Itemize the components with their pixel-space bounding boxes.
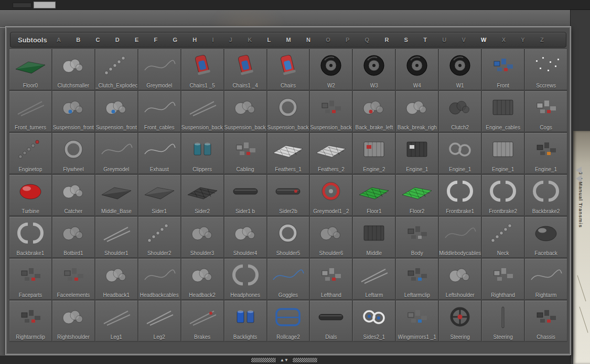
alphabet-letter-J[interactable]: J [229, 37, 232, 43]
subtool-item[interactable]: _Clutch_Explodec [95, 49, 137, 90]
subtool-item[interactable]: Headback2 [181, 259, 223, 300]
subtool-item[interactable]: W3 [353, 49, 395, 90]
subtool-item[interactable]: Suspension_front [52, 91, 94, 132]
subtool-item[interactable]: Chairs [267, 49, 309, 90]
subtool-item[interactable]: Back_brake_left [353, 91, 395, 132]
subtool-item[interactable]: W4 [396, 49, 438, 90]
subtool-item[interactable]: Engine_1 [439, 133, 481, 174]
subtool-item[interactable]: Engine_1 [525, 133, 567, 174]
subtool-item[interactable]: Sider2b [267, 175, 309, 216]
subtool-item[interactable]: Sides2_1 [353, 301, 395, 341]
subtool-item[interactable]: Wingmirrors1 _1 [396, 301, 438, 341]
subtool-item[interactable]: Suspension_back_ [181, 91, 223, 132]
subtool-item[interactable]: Cogs [525, 91, 567, 132]
subtool-item[interactable]: Engine_1 [396, 133, 438, 174]
subtool-item[interactable]: Frontbrake2 [482, 175, 524, 216]
subtool-item[interactable]: Middlebodycables [439, 217, 481, 258]
subtool-item[interactable]: Botbird1 [52, 217, 94, 258]
subtool-item[interactable]: Clutchsmaller [52, 49, 94, 90]
subtool-item[interactable]: Brakes [181, 301, 223, 341]
subtool-item[interactable]: Front [482, 49, 524, 90]
subtool-item[interactable]: Goggles [267, 259, 309, 300]
subtool-item[interactable]: Headbackcables [138, 259, 180, 300]
subtool-item[interactable]: W1 [439, 49, 481, 90]
subtool-item[interactable]: Shoulder4 [224, 217, 266, 258]
subtool-item[interactable]: Sider2 [181, 175, 223, 216]
subtool-item[interactable]: Headphones [224, 259, 266, 300]
subtool-item[interactable]: Greymodel1 _2 [310, 175, 352, 216]
alphabet-letter-V[interactable]: V [462, 37, 465, 43]
subtool-item[interactable]: Faceback [525, 217, 567, 258]
subtool-item[interactable]: Front_cables [138, 91, 180, 132]
subtool-item[interactable]: Dials [310, 301, 352, 341]
subtool-item[interactable]: Headback1 [95, 259, 137, 300]
subtool-item[interactable]: Engine_2 [353, 133, 395, 174]
scroll-down-icon[interactable]: ▼ [284, 358, 288, 362]
subtool-item[interactable]: Middle_Base [95, 175, 137, 216]
subtool-item[interactable]: W2 [310, 49, 352, 90]
subtool-item[interactable]: Front_turners [9, 91, 51, 132]
subtool-item[interactable]: Greymodel [95, 133, 137, 174]
alphabet-letter-I[interactable]: I [212, 37, 214, 43]
subtool-item[interactable]: Lefthand [310, 259, 352, 300]
alphabet-letter-F[interactable]: F [154, 37, 157, 43]
alphabet-letter-B[interactable]: B [76, 37, 80, 43]
alphabet-letter-D[interactable]: D [115, 37, 120, 43]
subtool-item[interactable]: Faceparts [9, 259, 51, 300]
subtool-item[interactable]: Enginetop [9, 133, 51, 174]
subtool-item[interactable]: Shoulder1 [95, 217, 137, 258]
subtool-item[interactable]: Floor0 [9, 49, 51, 90]
subtool-item[interactable]: Frontbrake1 [439, 175, 481, 216]
alphabet-letter-N[interactable]: N [306, 37, 310, 43]
subtool-item[interactable]: Leftarmclip [396, 259, 438, 300]
panel-collapse-arrows-icon[interactable] [576, 167, 584, 183]
alphabet-letter-P[interactable]: P [346, 37, 349, 43]
alphabet-letter-W[interactable]: W [481, 37, 486, 43]
subtool-item[interactable]: Leg2 [138, 301, 180, 341]
subtool-item[interactable]: Chairs1 _4 [224, 49, 266, 90]
subtool-item[interactable]: Middle [353, 217, 395, 258]
subtool-item[interactable]: Rightshoulder [52, 301, 94, 341]
subtool-item[interactable]: Feathers_2 [310, 133, 352, 174]
subtool-item[interactable]: Flywheel [52, 133, 94, 174]
subtool-item[interactable]: Chassis [525, 301, 567, 341]
subtool-item[interactable]: Suspension_back_ [267, 91, 309, 132]
subtool-item[interactable]: Neck [482, 217, 524, 258]
alphabet-letter-H[interactable]: H [192, 37, 197, 43]
subtool-item[interactable]: Exhaust [138, 133, 180, 174]
subtool-item[interactable]: Floor2 [396, 175, 438, 216]
alphabet-letter-Q[interactable]: Q [365, 37, 370, 43]
alphabet-letter-T[interactable]: T [423, 37, 427, 43]
titlebar-slider[interactable] [34, 2, 56, 8]
subtool-item[interactable]: Leftshoulder [439, 259, 481, 300]
subtool-item[interactable]: Rightarmclip [9, 301, 51, 341]
subtool-item[interactable]: Body [396, 217, 438, 258]
subtool-item[interactable]: Cabling [224, 133, 266, 174]
subtool-item[interactable]: Sccrews [525, 49, 567, 90]
subtool-item[interactable]: Backbrake2 [525, 175, 567, 216]
alphabet-letter-E[interactable]: E [135, 37, 138, 43]
alphabet-letter-C[interactable]: C [95, 37, 100, 43]
alphabet-letter-X[interactable]: X [502, 37, 506, 43]
subtool-item[interactable]: Clutch2 [439, 91, 481, 132]
subtool-item[interactable]: Backlights [224, 301, 266, 341]
subtool-item[interactable]: Righthand [482, 259, 524, 300]
subtool-item[interactable]: Turbine [9, 175, 51, 216]
alphabet-letter-G[interactable]: G [173, 37, 177, 43]
subtool-item[interactable]: Floor1 [353, 175, 395, 216]
subtool-item[interactable]: Catcher [52, 175, 94, 216]
alphabet-letter-Y[interactable]: Y [521, 37, 524, 43]
subtool-item[interactable]: Leg1 [95, 301, 137, 341]
alphabet-letter-R[interactable]: R [384, 37, 389, 43]
subtool-item[interactable]: Steering [482, 301, 524, 341]
alphabet-letter-U[interactable]: U [442, 37, 446, 43]
subtool-item[interactable]: Shoulder3 [181, 217, 223, 258]
subtool-item[interactable]: Feathers_1 [267, 133, 309, 174]
subtool-item[interactable]: Shoulder5 [267, 217, 309, 258]
subtool-item[interactable]: Engine_1 [482, 133, 524, 174]
subtool-item[interactable]: Rollcage2 [267, 301, 309, 341]
subtool-item[interactable]: Sider1 b [224, 175, 266, 216]
subtool-item[interactable]: Shoulder2 [138, 217, 180, 258]
alphabet-letter-L[interactable]: L [267, 37, 271, 43]
alphabet-letter-A[interactable]: A [57, 37, 61, 43]
